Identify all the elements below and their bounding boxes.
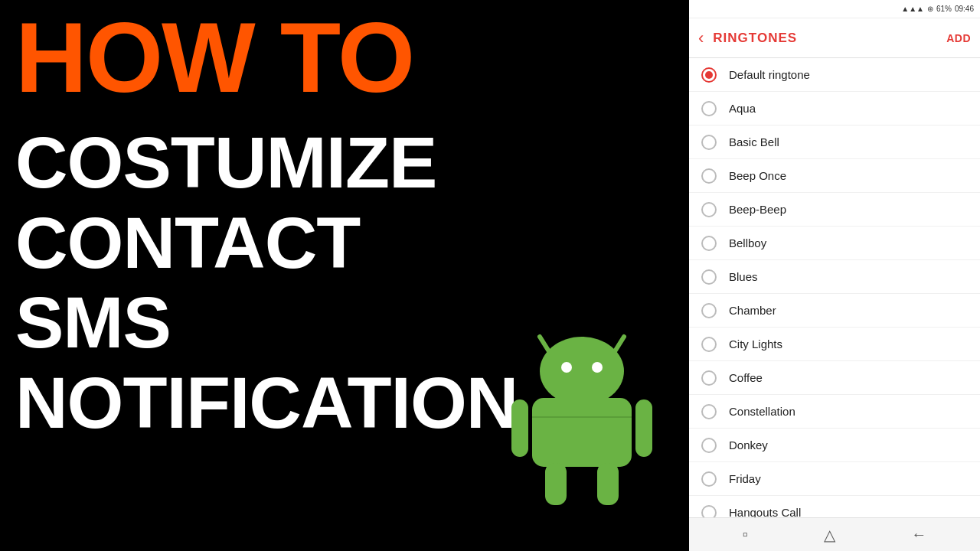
svg-rect-9 bbox=[597, 463, 619, 505]
main-title: HOW TO bbox=[15, 8, 413, 107]
radio-button bbox=[701, 471, 717, 487]
ringtone-item[interactable]: Bellboy bbox=[689, 227, 980, 260]
home-icon[interactable]: △ bbox=[824, 526, 835, 544]
ringtone-name: Beep Once bbox=[729, 169, 786, 182]
svg-rect-7 bbox=[635, 399, 652, 457]
back-button[interactable]: ‹ bbox=[698, 28, 704, 48]
toolbar-title: RINGTONES bbox=[713, 31, 937, 46]
recent-apps-icon[interactable]: ▫ bbox=[743, 526, 748, 543]
radio-button bbox=[701, 135, 717, 150]
ringtone-name: Coffee bbox=[729, 371, 763, 384]
ringtone-name: City Lights bbox=[729, 337, 782, 350]
svg-point-4 bbox=[592, 362, 603, 373]
svg-point-3 bbox=[561, 362, 572, 373]
radio-button bbox=[701, 505, 717, 518]
ringtone-item[interactable]: Basic Bell bbox=[689, 126, 980, 159]
radio-button bbox=[701, 303, 717, 318]
ringtone-item[interactable]: Blues bbox=[689, 260, 980, 294]
radio-button bbox=[701, 202, 717, 217]
right-panel: ▲▲▲ ⊛ 61% 09:46 ‹ RINGTONES ADD Default … bbox=[689, 0, 980, 551]
ringtone-item[interactable]: Constellation bbox=[689, 395, 980, 429]
ringtone-item[interactable]: Chamber bbox=[689, 294, 980, 328]
svg-rect-6 bbox=[511, 399, 528, 457]
ringtone-list: Default ringtoneAquaBasic BellBeep OnceB… bbox=[689, 58, 980, 517]
ringtone-item[interactable]: Donkey bbox=[689, 429, 980, 462]
radio-button bbox=[701, 67, 717, 83]
svg-rect-8 bbox=[545, 463, 567, 505]
battery-icon: 61% bbox=[936, 5, 952, 13]
radio-button bbox=[701, 269, 717, 285]
left-panel: HOW TO COSTUMIZECONTACTSMSNOTIFICATION bbox=[0, 0, 689, 551]
radio-button bbox=[701, 438, 717, 453]
ringtone-item[interactable]: Default ringtone bbox=[689, 58, 980, 92]
ringtone-name: Default ringtone bbox=[729, 68, 810, 81]
ringtone-name: Chamber bbox=[729, 304, 776, 317]
ringtone-name: Friday bbox=[729, 472, 761, 485]
ringtone-name: Constellation bbox=[729, 405, 795, 418]
ringtone-item[interactable]: Hangouts Call bbox=[689, 496, 980, 517]
radio-button bbox=[701, 404, 717, 419]
status-bar: ▲▲▲ ⊛ 61% 09:46 bbox=[689, 0, 980, 18]
wifi-icon: ⊛ bbox=[927, 5, 933, 13]
ringtone-name: Hangouts Call bbox=[729, 506, 801, 517]
toolbar: ‹ RINGTONES ADD bbox=[689, 18, 980, 58]
ringtone-item[interactable]: City Lights bbox=[689, 328, 980, 361]
ringtone-name: Basic Bell bbox=[729, 135, 779, 148]
radio-button bbox=[701, 101, 717, 116]
ringtone-item[interactable]: Aqua bbox=[689, 92, 980, 126]
ringtone-name: Beep-Beep bbox=[729, 203, 786, 216]
radio-button bbox=[701, 337, 717, 352]
ringtone-item[interactable]: Coffee bbox=[689, 361, 980, 395]
sub-text: COSTUMIZECONTACTSMSNOTIFICATION bbox=[15, 122, 518, 442]
android-robot-icon bbox=[498, 306, 666, 505]
radio-button bbox=[701, 236, 717, 251]
ringtone-item[interactable]: Friday bbox=[689, 462, 980, 496]
svg-rect-5 bbox=[532, 398, 632, 467]
radio-button bbox=[701, 370, 717, 386]
ringtone-item[interactable]: Beep-Beep bbox=[689, 193, 980, 227]
bottom-nav: ▫ △ ← bbox=[689, 517, 980, 551]
ringtone-name: Aqua bbox=[729, 102, 756, 115]
time-display: 09:46 bbox=[955, 5, 974, 13]
ringtone-name: Blues bbox=[729, 270, 758, 283]
radio-button bbox=[701, 168, 717, 184]
add-button[interactable]: ADD bbox=[946, 32, 971, 44]
status-icons: ▲▲▲ ⊛ 61% 09:46 bbox=[901, 5, 974, 13]
ringtone-name: Donkey bbox=[729, 439, 768, 452]
ringtone-item[interactable]: Beep Once bbox=[689, 159, 980, 193]
ringtone-name: Bellboy bbox=[729, 236, 766, 249]
svg-point-2 bbox=[540, 337, 624, 406]
signal-icon: ▲▲▲ bbox=[901, 5, 924, 13]
back-nav-icon[interactable]: ← bbox=[911, 526, 926, 543]
